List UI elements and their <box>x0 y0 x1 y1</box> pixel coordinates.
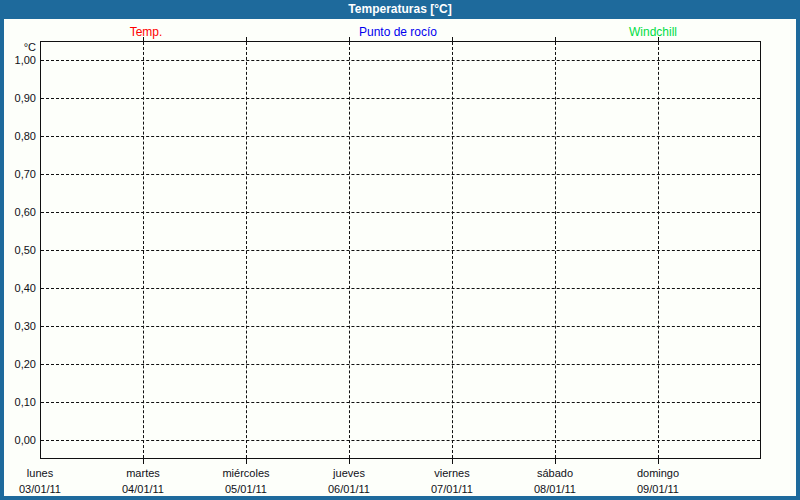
x-tick-top <box>143 37 144 41</box>
legend-item-windchill: Windchill <box>629 25 677 39</box>
legend-item-temp: Temp. <box>130 25 163 39</box>
x-tick-bottom <box>658 459 659 464</box>
x-axis-date-label: 03/01/11 <box>0 483 91 495</box>
x-tick-bottom <box>349 459 350 464</box>
y-gridline <box>41 174 760 175</box>
x-axis-date-label: 06/01/11 <box>298 483 400 495</box>
frame-border-right <box>796 19 800 500</box>
x-axis-day-label: domingo <box>607 467 709 479</box>
x-axis-day-label: miércoles <box>195 467 297 479</box>
y-axis-unit-label: °C <box>0 40 36 54</box>
y-axis-label: 0,80 <box>0 129 36 143</box>
x-gridline <box>349 42 350 458</box>
temperature-chart-window: Temperaturas [°C] Temp. Punto de rocío W… <box>0 0 800 500</box>
x-axis-day-label: martes <box>92 467 194 479</box>
y-axis-label: 0,50 <box>0 243 36 257</box>
x-tick-bottom <box>555 459 556 464</box>
x-tick-top <box>246 37 247 41</box>
x-axis-date-label: 04/01/11 <box>92 483 194 495</box>
y-gridline <box>41 60 760 61</box>
chart-title-bar: Temperaturas [°C] <box>0 0 800 19</box>
y-axis-label: 0,60 <box>0 205 36 219</box>
x-tick-top <box>555 37 556 41</box>
y-axis-label: 1,00 <box>0 53 36 67</box>
x-axis-day-label: jueves <box>298 467 400 479</box>
x-tick-bottom <box>246 459 247 464</box>
x-axis-date-label: 05/01/11 <box>195 483 297 495</box>
y-gridline <box>41 364 760 365</box>
y-axis-label: 0,40 <box>0 281 36 295</box>
y-axis-label: 0,00 <box>0 433 36 447</box>
x-axis-date-label: 07/01/11 <box>401 483 503 495</box>
x-tick-bottom <box>143 459 144 464</box>
y-axis-label: 0,20 <box>0 357 36 371</box>
legend-item-dew-point: Punto de rocío <box>359 25 437 39</box>
x-tick-top <box>349 37 350 41</box>
x-axis-day-label: viernes <box>401 467 503 479</box>
y-gridline <box>41 250 760 251</box>
y-axis-label: 0,90 <box>0 91 36 105</box>
x-gridline <box>452 42 453 458</box>
x-axis-day-label: sábado <box>504 467 606 479</box>
x-tick-top <box>452 37 453 41</box>
x-axis-date-label: 09/01/11 <box>607 483 709 495</box>
y-gridline <box>41 212 760 213</box>
x-tick-bottom <box>452 459 453 464</box>
x-tick-top <box>658 37 659 41</box>
plot-area <box>40 41 761 459</box>
y-gridline <box>41 402 760 403</box>
y-gridline <box>41 136 760 137</box>
y-axis-label: 0,30 <box>0 319 36 333</box>
y-gridline <box>41 98 760 99</box>
x-gridline <box>143 42 144 458</box>
x-axis-day-label: lunes <box>0 467 91 479</box>
x-gridline <box>658 42 659 458</box>
y-gridline <box>41 440 760 441</box>
x-axis-date-label: 08/01/11 <box>504 483 606 495</box>
x-gridline <box>246 42 247 458</box>
frame-border-bottom <box>0 496 800 500</box>
x-gridline <box>555 42 556 458</box>
y-gridline <box>41 288 760 289</box>
chart-title: Temperaturas [°C] <box>348 2 451 16</box>
y-gridline <box>41 326 760 327</box>
y-axis-label: 0,70 <box>0 167 36 181</box>
y-axis-label: 0,10 <box>0 395 36 409</box>
